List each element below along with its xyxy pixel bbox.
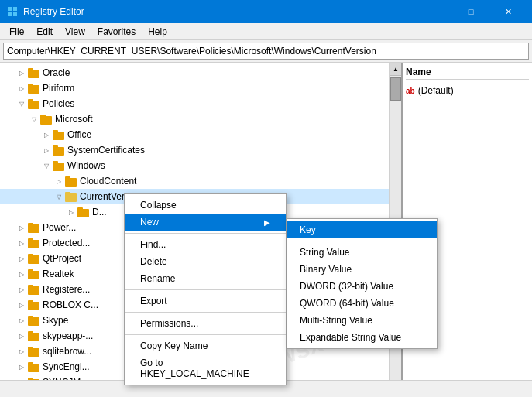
sub-ctx-expandable[interactable]: Expandable String Value xyxy=(287,329,437,346)
window-controls: ─ □ ✕ xyxy=(416,0,526,23)
svg-rect-15 xyxy=(53,145,58,149)
sub-ctx-multistring[interactable]: Multi-String Value xyxy=(287,312,437,329)
detail-row: ab (Default) xyxy=(406,83,529,98)
menu-file[interactable]: File xyxy=(3,23,30,39)
expand-icon[interactable]: ▷ xyxy=(40,128,53,141)
col-name: Name xyxy=(406,67,431,77)
sub-ctx-qword[interactable]: QWORD (64-bit) Value xyxy=(287,295,437,312)
ctx-rename[interactable]: Rename xyxy=(125,270,286,287)
svg-rect-29 xyxy=(28,254,33,257)
close-button[interactable]: ✕ xyxy=(490,0,526,23)
list-item[interactable]: ▷ Office xyxy=(0,127,389,142)
ctx-divider-4 xyxy=(125,334,286,335)
sub-ctx-string[interactable]: String Value xyxy=(287,244,437,261)
svg-rect-2 xyxy=(8,12,12,16)
expand-icon[interactable]: ▽ xyxy=(28,113,40,125)
svg-rect-9 xyxy=(28,99,33,102)
folder-icon xyxy=(53,145,65,156)
ctx-goto-hklm[interactable]: Go to HKEY_LOCAL_MACHINE xyxy=(125,354,286,382)
expand-icon[interactable]: ▷ xyxy=(15,237,28,249)
expand-icon[interactable]: ▽ xyxy=(53,190,65,203)
tree-item-label: Oracle xyxy=(43,67,70,78)
context-menu: Collapse New ▶ Find... Delete Rename Exp… xyxy=(124,193,287,385)
tree-item-label: SystemCertificates xyxy=(67,145,145,156)
ctx-permissions[interactable]: Permissions... xyxy=(125,315,286,332)
expand-icon[interactable]: ▷ xyxy=(15,82,28,94)
list-item[interactable]: ▷ CloudContent xyxy=(0,173,389,189)
ctx-delete[interactable]: Delete xyxy=(125,253,286,270)
sub-context-menu: Key String Value Binary Value DWORD (32-… xyxy=(287,218,438,349)
maximize-button[interactable]: □ xyxy=(453,0,489,23)
menu-view[interactable]: View xyxy=(59,23,91,39)
folder-icon xyxy=(28,299,40,310)
expand-icon[interactable]: ▷ xyxy=(15,67,28,79)
list-item[interactable]: ▽ Policies xyxy=(0,96,389,111)
tree-item-label: Microsoft xyxy=(55,114,93,125)
svg-rect-39 xyxy=(28,331,33,334)
svg-rect-11 xyxy=(40,115,46,118)
expand-icon[interactable]: ▷ xyxy=(15,314,28,327)
ctx-new[interactable]: New ▶ xyxy=(125,214,286,231)
expand-icon[interactable]: ▷ xyxy=(15,252,28,265)
expand-icon[interactable]: ▷ xyxy=(15,283,28,296)
ctx-export[interactable]: Export xyxy=(125,293,286,310)
folder-icon xyxy=(28,269,40,279)
folder-icon xyxy=(40,114,53,125)
menu-help[interactable]: Help xyxy=(142,23,173,39)
expand-icon[interactable]: ▷ xyxy=(65,206,77,218)
sub-ctx-key[interactable]: Key xyxy=(287,221,437,238)
tree-item-label: D... xyxy=(92,207,107,217)
list-item[interactable]: ▽ Windows xyxy=(0,158,389,173)
list-item[interactable]: ▷ Oracle xyxy=(0,65,389,80)
minimize-button[interactable]: ─ xyxy=(416,0,451,23)
tree-item-label: Registere... xyxy=(43,284,90,295)
expand-icon[interactable]: ▷ xyxy=(40,144,53,156)
svg-rect-33 xyxy=(28,285,33,288)
window-title: Registry Editor xyxy=(23,6,416,17)
menu-favorites[interactable]: Favorites xyxy=(91,23,142,39)
sub-ctx-binary[interactable]: Binary Value xyxy=(287,261,437,278)
expand-icon[interactable]: ▷ xyxy=(15,345,28,358)
svg-rect-13 xyxy=(53,130,58,133)
tree-item-label: Policies xyxy=(43,98,74,109)
expand-icon[interactable]: ▷ xyxy=(15,361,28,373)
folder-icon xyxy=(77,207,90,217)
ctx-collapse[interactable]: Collapse xyxy=(125,197,286,214)
ctx-find[interactable]: Find... xyxy=(125,236,286,253)
tree-item-label: CloudContent xyxy=(80,176,136,187)
expand-icon[interactable]: ▷ xyxy=(15,299,28,311)
scroll-up-button[interactable]: ▲ xyxy=(390,63,402,76)
expand-icon[interactable]: ▽ xyxy=(40,159,53,172)
menu-edit[interactable]: Edit xyxy=(30,23,59,39)
tree-item-label: sqlitebrow... xyxy=(43,346,91,357)
folder-icon xyxy=(28,222,40,233)
folder-icon xyxy=(28,315,40,326)
svg-rect-37 xyxy=(28,316,33,319)
folder-icon xyxy=(28,361,40,372)
expand-icon[interactable]: ▷ xyxy=(15,268,28,280)
list-item[interactable]: ▷ Piriform xyxy=(0,80,389,96)
scroll-thumb[interactable] xyxy=(390,77,401,101)
svg-rect-3 xyxy=(13,12,17,16)
folder-icon xyxy=(53,129,65,140)
value-type-icon: ab xyxy=(406,87,415,95)
expand-icon[interactable]: ▷ xyxy=(53,175,65,187)
svg-rect-7 xyxy=(28,84,33,87)
submenu-arrow-icon: ▶ xyxy=(264,218,270,227)
sub-ctx-divider xyxy=(287,241,437,241)
ctx-copy-key[interactable]: Copy Key Name xyxy=(125,337,286,354)
expand-icon[interactable]: ▷ xyxy=(15,221,28,234)
tree-item-label: Realtek xyxy=(43,269,74,279)
folder-icon xyxy=(28,284,40,295)
tree-item-label: QtProject xyxy=(43,253,81,264)
svg-rect-17 xyxy=(53,161,58,164)
expand-icon[interactable]: ▷ xyxy=(15,330,28,342)
expand-icon[interactable]: ▽ xyxy=(15,98,28,110)
sub-ctx-dword[interactable]: DWORD (32-bit) Value xyxy=(287,278,437,295)
folder-icon xyxy=(28,98,40,109)
list-item[interactable]: ▷ SystemCertificates xyxy=(0,142,389,158)
list-item[interactable]: ▽ Microsoft xyxy=(0,111,389,127)
svg-rect-5 xyxy=(28,68,33,71)
folder-icon xyxy=(65,191,77,202)
address-bar[interactable]: Computer\HKEY_CURRENT_USER\Software\Poli… xyxy=(3,43,529,60)
